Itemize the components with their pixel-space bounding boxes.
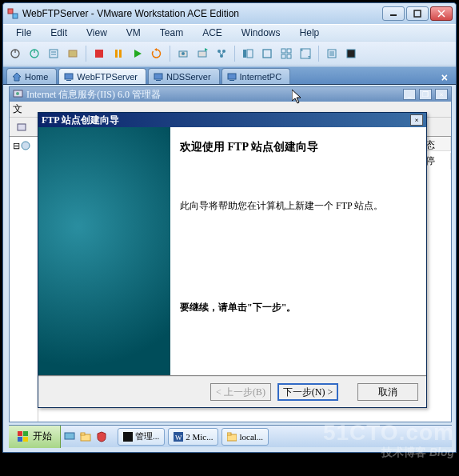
start-button[interactable]: 开始 <box>9 426 61 448</box>
close-button[interactable] <box>430 6 453 21</box>
vm-icon <box>64 72 74 82</box>
maximize-button[interactable] <box>406 6 429 21</box>
svg-rect-57 <box>18 437 22 442</box>
settings-icon[interactable] <box>45 45 62 62</box>
tab-label: WebFTPServer <box>77 72 138 82</box>
iis-titlebar[interactable]: Internet 信息服务(IIS) 6.0 管理器 _ ❐ × <box>10 87 451 102</box>
vm-tabstrip: Home WebFTPServer NDSServer InternetPC × <box>3 66 456 85</box>
tab-close-icon[interactable]: × <box>437 71 453 84</box>
svg-rect-14 <box>95 50 103 58</box>
iis-tree[interactable]: ⊟ <box>10 137 38 422</box>
menu-file[interactable]: File <box>8 26 39 40</box>
svg-marker-18 <box>154 48 157 51</box>
next-button[interactable]: 下一步(N) > <box>277 383 338 401</box>
cancel-button[interactable]: 取消 <box>357 383 418 401</box>
iis-close-button[interactable]: × <box>435 89 448 100</box>
quick-switch-icon[interactable] <box>277 45 295 62</box>
iis-menu-item[interactable]: 文 <box>13 102 22 116</box>
svg-rect-49 <box>230 80 234 81</box>
stop-icon[interactable] <box>90 45 108 62</box>
tab-label: Home <box>25 72 48 82</box>
manage-snap-icon[interactable] <box>213 45 230 62</box>
menu-view[interactable]: View <box>78 26 115 40</box>
play-icon[interactable] <box>129 45 146 62</box>
svg-rect-47 <box>156 80 161 81</box>
menu-help[interactable]: Help <box>292 26 328 40</box>
svg-marker-43 <box>13 73 21 81</box>
watermark-sub: 技术博客 <box>381 446 426 458</box>
vm-icon <box>227 72 237 82</box>
svg-rect-55 <box>18 431 22 436</box>
iis-tool-icon[interactable] <box>13 118 30 136</box>
iis-minimize-button[interactable]: _ <box>403 89 416 100</box>
toolbar-separator <box>170 46 170 62</box>
menu-team[interactable]: Team <box>152 26 191 40</box>
home-icon <box>12 72 22 82</box>
show-sidebar-icon[interactable] <box>239 45 257 62</box>
ace-icon[interactable] <box>64 45 82 62</box>
vmware-titlebar[interactable]: WebFTPServer - VMware Workstation ACE Ed… <box>3 3 456 24</box>
wizard-close-button[interactable]: × <box>410 114 423 126</box>
menu-vm[interactable]: VM <box>118 26 149 40</box>
power-off-icon[interactable] <box>6 45 24 62</box>
console-icon[interactable] <box>342 45 360 62</box>
menu-edit[interactable]: Edit <box>42 26 75 40</box>
vmware-toolbar <box>3 42 456 66</box>
taskbar-item[interactable]: W 2 Mic... <box>168 428 218 446</box>
menu-windows[interactable]: Windows <box>233 26 289 40</box>
reset-icon[interactable] <box>148 45 166 62</box>
vmware-menubar: File Edit View VM Team ACE Windows Help <box>3 24 456 42</box>
tree-node-icon[interactable]: ⊟ <box>13 143 30 153</box>
tab-webftpserver[interactable]: WebFTPServer <box>58 68 146 84</box>
menu-ace[interactable]: ACE <box>194 26 230 40</box>
taskbar-item[interactable]: local... <box>222 428 269 446</box>
svg-rect-32 <box>287 49 291 53</box>
ql-explorer-icon[interactable] <box>78 430 93 444</box>
minimize-button[interactable] <box>382 6 405 21</box>
back-button: < 上一步(B) <box>210 383 271 401</box>
watermark: 51CTO.com 技术博客 Blog <box>323 420 454 460</box>
window-controls <box>382 6 453 21</box>
vmware-title: WebFTPServer - VMware Workstation ACE Ed… <box>22 8 382 19</box>
tab-ndsserver[interactable]: NDSServer <box>148 68 220 84</box>
svg-rect-3 <box>414 10 421 17</box>
revert-icon[interactable] <box>194 45 211 62</box>
tab-label: NDSServer <box>166 72 211 82</box>
svg-point-20 <box>182 52 185 55</box>
fullscreen-icon[interactable] <box>297 45 314 62</box>
power-on-icon[interactable] <box>26 45 43 62</box>
wizard-buttons: < 上一步(B) 下一步(N) > 取消 <box>38 377 426 407</box>
single-view-icon[interactable] <box>258 45 276 62</box>
folder-icon <box>227 432 237 442</box>
snapshot-icon[interactable] <box>174 45 192 62</box>
svg-rect-21 <box>198 51 206 57</box>
svg-rect-58 <box>23 437 28 442</box>
tab-label: InternetPC <box>240 72 282 82</box>
svg-rect-33 <box>281 54 285 58</box>
iis-restore-button[interactable]: ❐ <box>419 89 432 100</box>
svg-text:⊟: ⊟ <box>13 141 20 150</box>
svg-rect-56 <box>23 431 28 436</box>
svg-rect-0 <box>8 9 13 14</box>
tab-internetpc[interactable]: InternetPC <box>222 68 291 84</box>
svg-rect-52 <box>18 124 26 130</box>
svg-text:W: W <box>175 434 182 442</box>
svg-rect-44 <box>65 74 73 79</box>
cmd-icon <box>123 432 133 442</box>
wizard-body: 欢迎使用 FTP 站点创建向导 此向导将帮助您在计算机上新建一个 FTP 站点。… <box>38 127 426 375</box>
watermark-tag: Blog <box>429 446 454 458</box>
toolbar-separator <box>234 46 235 62</box>
task-label: 管理... <box>135 430 159 442</box>
svg-rect-61 <box>81 433 85 435</box>
taskbar-item[interactable]: 管理... <box>118 428 165 446</box>
tab-home[interactable]: Home <box>6 68 57 84</box>
wizard-titlebar[interactable]: FTP 站点创建向导 × <box>38 113 426 127</box>
vmware-app-icon <box>6 7 19 20</box>
ql-desktop-icon[interactable] <box>62 430 77 444</box>
summary-icon[interactable] <box>323 45 341 62</box>
iis-title-text: Internet 信息服务(IIS) 6.0 管理器 <box>26 88 400 102</box>
pause-icon[interactable] <box>110 45 127 62</box>
svg-point-54 <box>22 142 30 150</box>
wizard-side-image <box>38 127 170 375</box>
ql-security-icon[interactable] <box>94 430 109 444</box>
